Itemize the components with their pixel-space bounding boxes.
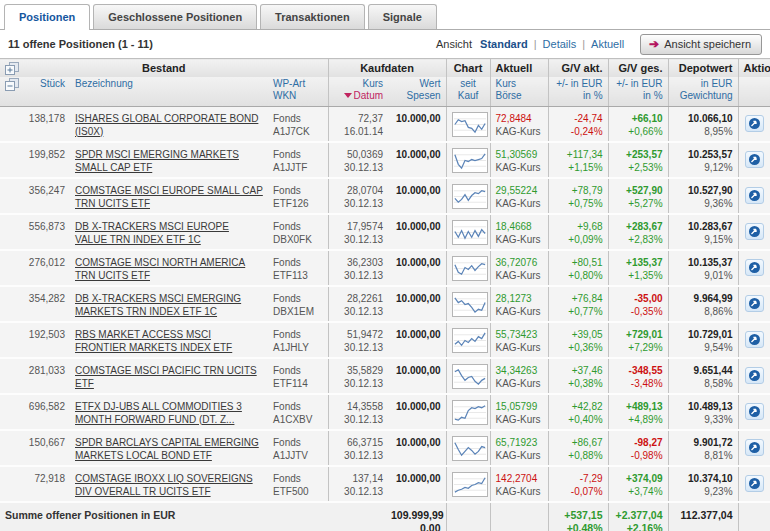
depotwert-cell: 10.729,01 9,54% (668, 322, 738, 358)
table-header: Bestand Kaufdaten Chart Aktuell G/V akt.… (0, 59, 770, 107)
wert-cell: 10.000,00 (388, 178, 446, 214)
sparkline-chart[interactable] (452, 328, 488, 353)
wert-cell: 10.000,00 (388, 322, 446, 358)
gv-ges-cell: +135,37 +1,35% (608, 250, 668, 286)
collapse-all-icon[interactable] (5, 82, 19, 93)
arrow-right-icon: ➔ (649, 38, 659, 50)
sum-gv-akt: +537,15+0,48% (548, 502, 608, 531)
sparkline-chart[interactable] (452, 256, 488, 281)
column-header-wert-spesen[interactable]: WertSpesen (388, 77, 446, 107)
trade-order-button[interactable] (745, 439, 764, 456)
aktion-cell (738, 394, 770, 430)
trade-order-button[interactable] (745, 223, 764, 240)
sparkline-chart[interactable] (452, 400, 488, 425)
chart-cell (446, 286, 490, 322)
position-name-link[interactable]: COMSTAGE IBOXX LIQ SOVEREIGNS DIV OVERAL… (75, 472, 263, 498)
gv-ges-cell: +253,57 +2,53% (608, 142, 668, 178)
column-header-stueck[interactable]: Stück (20, 77, 70, 107)
column-header-gv-akt-eur-pct[interactable]: +/- in EURin % (548, 77, 608, 107)
sparkline-chart[interactable] (452, 184, 488, 209)
position-name-link[interactable]: DB X-TRACKERS MSCI EUROPE VALUE TRN INDE… (75, 220, 263, 246)
bezeichnung-cell: DB X-TRACKERS MSCI EUROPE VALUE TRN INDE… (70, 214, 268, 250)
gv-ges-cell: -35,00 -0,35% (608, 286, 668, 322)
gv-akt-cell: +76,84 +0,77% (548, 286, 608, 322)
row-icon-cell (0, 178, 20, 214)
position-name-link[interactable]: SPDR BARCLAYS CAPITAL EMERGING MARKETS L… (75, 436, 263, 462)
position-name-link[interactable]: ISHARES GLOBAL CORPORATE BOND (IS0X) (75, 112, 263, 138)
sparkline-chart[interactable] (452, 220, 488, 245)
bezeichnung-cell: COMSTAGE MSCI PACIFIC TRN UCITS ETF (70, 358, 268, 394)
row-icon-cell (0, 106, 20, 142)
trade-order-button[interactable] (745, 151, 764, 168)
chart-cell (446, 358, 490, 394)
row-icon-cell (0, 358, 20, 394)
trade-order-button[interactable] (745, 295, 764, 312)
position-name-link[interactable]: SPDR MSCI EMERGING MARKETS SMALL CAP ETF (75, 148, 263, 174)
gv-akt-cell: -7,29 -0,07% (548, 466, 608, 502)
aktuell-cell: 55,73423 KAG-Kurs (490, 322, 548, 358)
view-label: Ansicht (436, 38, 472, 50)
save-view-button[interactable]: ➔ Ansicht speichern (640, 34, 762, 55)
row-icon-cell (0, 466, 20, 502)
wert-cell: 10.000,00 (388, 286, 446, 322)
trade-order-button[interactable] (745, 259, 764, 276)
sparkline-chart[interactable] (452, 292, 488, 317)
sparkline-chart[interactable] (452, 364, 488, 389)
sparkline-chart[interactable] (452, 472, 488, 497)
stueck-value: 281,033 (20, 358, 70, 394)
sparkline-chart[interactable] (452, 148, 488, 173)
depotwert-cell: 10.374,10 9,23% (668, 466, 738, 502)
tab-signale[interactable]: Signale (368, 4, 437, 29)
column-header-kurs-datum[interactable]: Kurs Datum (328, 77, 388, 107)
trade-order-button[interactable] (745, 475, 764, 492)
column-header-depotwert-gewichtung[interactable]: in EURGewichtung (668, 77, 738, 107)
sparkline-chart[interactable] (452, 436, 488, 461)
tab-geschlossene-positionen[interactable]: Geschlossene Positionen (93, 4, 257, 29)
position-name-link[interactable]: COMSTAGE MSCI PACIFIC TRN UCITS ETF (75, 364, 263, 390)
aktuell-cell: 72,8484 KAG-Kurs (490, 106, 548, 142)
gv-ges-cell: +729,01 +7,29% (608, 322, 668, 358)
view-aktuell-link[interactable]: Aktuell (591, 38, 624, 50)
trade-order-button[interactable] (745, 367, 764, 384)
gv-akt-cell: +86,67 +0,88% (548, 430, 608, 466)
position-name-link[interactable]: COMSTAGE MSCI EUROPE SMALL CAP TRN UCITS… (75, 184, 263, 210)
depotwert-cell: 10.253,57 9,12% (668, 142, 738, 178)
position-name-link[interactable]: RBS MARKET ACCESS MSCI FRONTIER MARKETS … (75, 328, 263, 354)
chart-cell (446, 466, 490, 502)
position-row: 696,582 ETFX DJ-UBS ALL COMMODITIES 3 MO… (0, 394, 770, 430)
stueck-value: 192,503 (20, 322, 70, 358)
aktuell-cell: 18,4668 KAG-Kurs (490, 214, 548, 250)
trade-order-button[interactable] (745, 403, 764, 420)
expand-all-icon[interactable] (5, 62, 19, 77)
gv-ges-cell: +527,90 +5,27% (608, 178, 668, 214)
aktion-cell (738, 466, 770, 502)
position-name-link[interactable]: DB X-TRACKERS MSCI EMERGING MARKETS TRN … (75, 292, 263, 318)
column-header-kurs-boerse[interactable]: KursBörse (490, 77, 548, 107)
trade-order-arrow-icon (748, 153, 761, 166)
tab-transaktionen[interactable]: Transaktionen (260, 4, 365, 29)
trade-order-button[interactable] (745, 187, 764, 204)
position-name-link[interactable]: COMSTAGE MSCI NORTH AMERICA TRN UCITS ET… (75, 256, 263, 282)
chart-cell (446, 322, 490, 358)
sparkline-chart[interactable] (452, 112, 488, 137)
view-details-link[interactable]: Details (543, 38, 577, 50)
view-standard-link[interactable]: Standard (480, 38, 528, 50)
gv-ges-cell: +489,13 +4,89% (608, 394, 668, 430)
bezeichnung-cell: ISHARES GLOBAL CORPORATE BOND (IS0X) (70, 106, 268, 142)
wp-art-wkn-cell: FondsDBX1EM (268, 286, 328, 322)
trade-order-button[interactable] (745, 331, 764, 348)
trade-order-arrow-icon (748, 297, 761, 310)
position-name-link[interactable]: ETFX DJ-UBS ALL COMMODITIES 3 MONTH FORW… (75, 400, 263, 426)
tab-positionen[interactable]: Positionen (4, 4, 90, 30)
column-header-wp-art-wkn[interactable]: WP-ArtWKN (268, 77, 328, 107)
column-header-gv-ges-eur-pct[interactable]: +/- in EURin % (608, 77, 668, 107)
column-header-bezeichnung[interactable]: Bezeichnung (70, 77, 268, 107)
depotwert-cell: 9.964,99 8,86% (668, 286, 738, 322)
position-row: 192,503 RBS MARKET ACCESS MSCI FRONTIER … (0, 322, 770, 358)
trade-order-arrow-icon (748, 369, 761, 382)
aktuell-cell: 28,1273 KAG-Kurs (490, 286, 548, 322)
kauf-kurs-datum-cell: 28,226130.12.13 (328, 286, 388, 322)
aktuell-cell: 65,71923 KAG-Kurs (490, 430, 548, 466)
stueck-value: 354,282 (20, 286, 70, 322)
trade-order-button[interactable] (745, 115, 764, 132)
